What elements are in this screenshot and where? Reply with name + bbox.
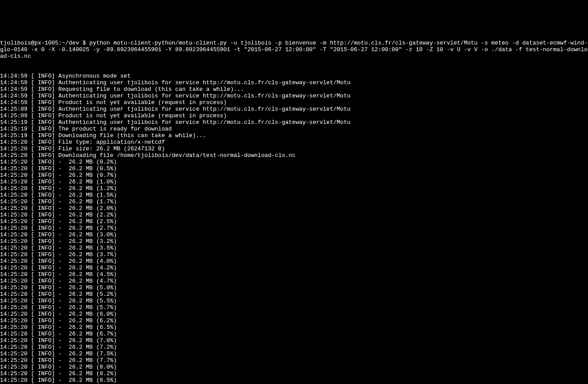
log-line: 14:25:20 [ INFO] - 26.2 MB (1.5%) — [0, 192, 588, 198]
log-line: 14:25:20 [ INFO] - 26.2 MB (5.2%) — [0, 291, 588, 298]
log-line: 14:25:20 [ INFO] - 26.2 MB (7.7%) — [0, 357, 588, 364]
log-line: 14:25:20 [ INFO] - 26.2 MB (5.5%) — [0, 298, 588, 304]
terminal-window[interactable]: tjolibois@px-1005:~/dev $ python motu-cl… — [0, 26, 588, 384]
log-line: 14:24:59 [ INFO] Authenticating user tjo… — [0, 79, 588, 86]
log-line: 14:25:19 [ INFO] Downloading file (this … — [0, 132, 588, 139]
log-line: 14:25:20 [ INFO] - 26.2 MB (4.5%) — [0, 271, 588, 278]
log-line: 14:25:20 [ INFO] - 26.2 MB (4.0%) — [0, 258, 588, 265]
log-line: 14:25:20 [ INFO] File type: application/… — [0, 139, 588, 145]
log-line: 14:25:20 [ INFO] - 26.2 MB (6.2%) — [0, 317, 588, 324]
log-line: 14:25:20 [ INFO] - 26.2 MB (3.5%) — [0, 245, 588, 251]
log-line: 14:25:20 [ INFO] - 26.2 MB (6.0%) — [0, 311, 588, 317]
log-line: 14:25:20 [ INFO] - 26.2 MB (5.0%) — [0, 284, 588, 291]
log-line: 14:25:20 [ INFO] - 26.2 MB (4.2%) — [0, 265, 588, 271]
log-line: 14:25:20 [ INFO] - 26.2 MB (7.0%) — [0, 337, 588, 344]
log-line: 14:25:20 [ INFO] - 26.2 MB (2.5%) — [0, 218, 588, 225]
log-line: 14:25:20 [ INFO] - 26.2 MB (7.2%) — [0, 344, 588, 350]
log-line: 14:24:59 [ INFO] Product is not yet avai… — [0, 99, 588, 106]
terminal-output: 14:24:59 [ INFO] Asynchronous mode set14… — [0, 73, 588, 384]
log-line: 14:24:59 [ INFO] Asynchronous mode set — [0, 73, 588, 79]
log-line: 14:25:20 [ INFO] - 26.2 MB (6.7%) — [0, 331, 588, 337]
command-prompt-line: tjolibois@px-1005:~/dev $ python motu-cl… — [0, 40, 588, 60]
log-line: 14:25:20 [ INFO] - 26.2 MB (7.5%) — [0, 350, 588, 357]
log-line: 14:25:20 [ INFO] - 26.2 MB (2.0%) — [0, 205, 588, 212]
log-line: 14:25:20 [ INFO] - 26.2 MB (8.5%) — [0, 377, 588, 384]
log-line: 14:25:20 [ INFO] - 26.2 MB (3.0%) — [0, 231, 588, 238]
log-line: 14:25:20 [ INFO] - 26.2 MB (6.5%) — [0, 324, 588, 331]
log-line: 14:25:20 [ INFO] - 26.2 MB (0.2%) — [0, 159, 588, 165]
log-line: 14:25:20 [ INFO] Downloading file /home/… — [0, 152, 588, 159]
log-line: 14:25:20 [ INFO] - 26.2 MB (5.7%) — [0, 304, 588, 311]
log-line: 14:25:20 [ INFO] - 26.2 MB (1.0%) — [0, 179, 588, 185]
log-line: 14:25:20 [ INFO] - 26.2 MB (2.7%) — [0, 225, 588, 231]
log-line: 14:25:20 [ INFO] - 26.2 MB (8.0%) — [0, 364, 588, 370]
log-line: 14:25:20 [ INFO] - 26.2 MB (0.7%) — [0, 172, 588, 179]
log-line: 14:25:20 [ INFO] - 26.2 MB (1.7%) — [0, 198, 588, 205]
log-line: 14:25:20 [ INFO] - 26.2 MB (3.7%) — [0, 251, 588, 258]
log-line: 14:25:20 [ INFO] - 26.2 MB (1.2%) — [0, 185, 588, 192]
log-line: 14:25:20 [ INFO] - 26.2 MB (8.2%) — [0, 370, 588, 377]
log-line: 14:25:19 [ INFO] The product is ready fo… — [0, 126, 588, 132]
log-line: 14:25:09 [ INFO] Authenticating user tjo… — [0, 106, 588, 112]
log-line: 14:25:20 [ INFO] - 26.2 MB (3.2%) — [0, 238, 588, 245]
log-line: 14:24:59 [ INFO] Authenticating user tjo… — [0, 93, 588, 99]
log-line: 14:25:20 [ INFO] - 26.2 MB (2.2%) — [0, 212, 588, 218]
log-line: 14:25:20 [ INFO] - 26.2 MB (4.7%) — [0, 278, 588, 284]
log-line: 14:25:09 [ INFO] Product is not yet avai… — [0, 112, 588, 119]
log-line: 14:25:20 [ INFO] File size: 26.2 MB (262… — [0, 145, 588, 152]
log-line: 14:25:20 [ INFO] - 26.2 MB (0.5%) — [0, 165, 588, 172]
log-line: 14:25:19 [ INFO] Authenticating user tjo… — [0, 119, 588, 126]
log-line: 14:24:59 [ INFO] Requesting file to down… — [0, 86, 588, 93]
